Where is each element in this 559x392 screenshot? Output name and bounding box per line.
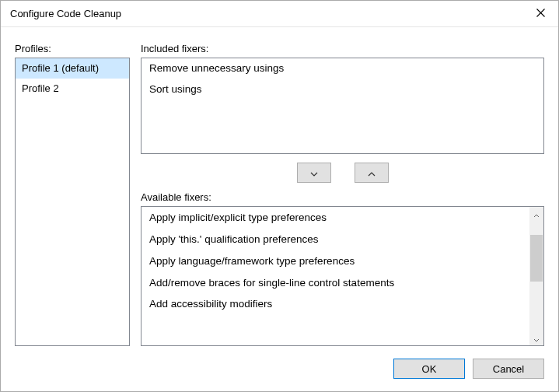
available-fixer-item[interactable]: Add/remove braces for single-line contro… xyxy=(141,272,529,294)
profiles-label: Profiles: xyxy=(15,43,130,54)
ok-button[interactable]: OK xyxy=(393,359,465,379)
chevron-down-icon xyxy=(533,333,540,345)
included-fixer-item[interactable]: Remove unnecessary usings xyxy=(141,58,543,79)
move-buttons-bar xyxy=(141,154,544,191)
profiles-column: Profiles: Profile 1 (default)Profile 2 xyxy=(15,43,130,346)
included-label: Included fixers: xyxy=(141,43,544,54)
close-icon xyxy=(536,8,545,19)
close-button[interactable] xyxy=(522,2,558,26)
content-area: Profiles: Profile 1 (default)Profile 2 I… xyxy=(15,43,544,346)
scroll-track[interactable] xyxy=(529,221,543,331)
move-down-button[interactable] xyxy=(297,163,331,183)
move-up-button[interactable] xyxy=(355,163,389,183)
available-fixer-item[interactable]: Apply 'this.' qualification preferences xyxy=(141,229,529,250)
chevron-up-icon xyxy=(368,167,376,179)
scroll-down-arrow[interactable] xyxy=(529,331,543,345)
profile-item[interactable]: Profile 1 (default) xyxy=(16,58,129,79)
included-fixers-listbox[interactable]: Remove unnecessary usingsSort usings xyxy=(141,58,544,154)
available-fixer-item[interactable]: Add accessibility modifiers xyxy=(141,293,529,315)
fixers-column: Included fixers: Remove unnecessary usin… xyxy=(141,43,544,346)
cancel-button[interactable]: Cancel xyxy=(473,359,544,379)
available-fixer-item[interactable]: Apply implicit/explicit type preferences xyxy=(141,207,529,229)
scrollbar[interactable] xyxy=(529,207,543,345)
chevron-down-icon xyxy=(310,167,318,179)
chevron-up-icon xyxy=(533,208,540,220)
profile-item[interactable]: Profile 2 xyxy=(16,79,129,99)
dialog-title: Configure Code Cleanup xyxy=(10,8,522,19)
available-section: Available fixers: Apply implicit/explici… xyxy=(141,191,544,346)
scroll-up-arrow[interactable] xyxy=(529,207,543,221)
profiles-listbox[interactable]: Profile 1 (default)Profile 2 xyxy=(15,58,130,346)
available-fixer-item[interactable]: Apply language/framework type preference… xyxy=(141,250,529,272)
scroll-thumb[interactable] xyxy=(530,235,543,282)
available-fixers-listbox[interactable]: Apply implicit/explicit type preferences… xyxy=(141,206,544,346)
dialog-footer: OK Cancel xyxy=(393,359,544,379)
titlebar: Configure Code Cleanup xyxy=(1,1,558,27)
included-fixer-item[interactable]: Sort usings xyxy=(141,79,543,100)
available-label: Available fixers: xyxy=(141,191,544,203)
